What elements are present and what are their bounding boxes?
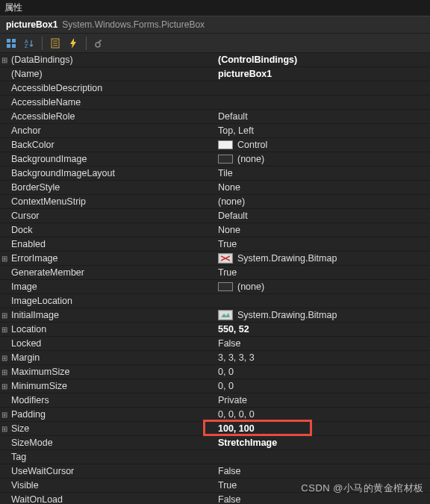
property-value-text: False bbox=[218, 466, 241, 476]
property-value[interactable]: 0, 0, 0, 0 bbox=[215, 409, 430, 420]
property-value[interactable]: True bbox=[215, 267, 430, 278]
object-name: pictureBox1 bbox=[6, 19, 57, 30]
expand-icon[interactable]: ⊞ bbox=[0, 323, 9, 337]
property-row[interactable]: ⊞ErrorImageSystem.Drawing.Bitmap bbox=[0, 252, 430, 266]
property-value[interactable]: None bbox=[215, 225, 430, 235]
property-row[interactable]: ⊞InitialImageSystem.Drawing.Bitmap bbox=[0, 308, 430, 323]
expand-icon[interactable]: ⊞ bbox=[0, 252, 9, 266]
property-value[interactable]: Private bbox=[215, 395, 430, 405]
property-row[interactable]: DockNone bbox=[0, 223, 430, 237]
property-row[interactable]: CursorDefault bbox=[0, 209, 430, 223]
property-row[interactable]: ⊞(DataBindings)(ControlBindings) bbox=[0, 53, 430, 67]
property-row[interactable]: ImageLocation bbox=[0, 294, 430, 308]
property-row[interactable]: ContextMenuStrip(none) bbox=[0, 195, 430, 209]
property-name: MaximumSize bbox=[9, 367, 215, 377]
property-value[interactable]: (none) bbox=[215, 281, 430, 292]
property-name: SizeMode bbox=[9, 438, 215, 448]
property-row[interactable]: Image(none) bbox=[0, 280, 430, 294]
property-value[interactable]: (none) bbox=[215, 154, 430, 164]
toolbar-separator bbox=[86, 37, 87, 50]
property-row[interactable]: SizeModeStretchImage bbox=[0, 436, 430, 450]
property-name: (Name) bbox=[9, 69, 215, 79]
property-value-text: (none) bbox=[237, 281, 264, 292]
property-value[interactable]: 100, 100 bbox=[215, 423, 430, 434]
property-value[interactable]: False bbox=[215, 338, 430, 349]
property-value[interactable]: Default bbox=[215, 211, 430, 221]
property-value[interactable]: StretchImage bbox=[215, 438, 430, 448]
property-row[interactable]: ⊞Size100, 100 bbox=[0, 422, 430, 436]
property-value-text: System.Drawing.Bitmap bbox=[237, 310, 337, 320]
property-name: MinimumSize bbox=[9, 381, 215, 391]
property-value-text: Top, Left bbox=[218, 125, 254, 136]
property-value[interactable]: (none) bbox=[215, 196, 430, 207]
property-value[interactable]: 0, 0 bbox=[215, 381, 430, 391]
property-row[interactable]: AccessibleDescription bbox=[0, 81, 430, 96]
svg-rect-2 bbox=[7, 44, 10, 48]
property-row[interactable]: AccessibleName bbox=[0, 96, 430, 110]
property-value[interactable]: System.Drawing.Bitmap bbox=[215, 253, 430, 264]
property-value-text: Default bbox=[218, 111, 248, 122]
svg-rect-3 bbox=[12, 44, 16, 48]
property-row[interactable]: (Name)pictureBox1 bbox=[0, 67, 430, 81]
toolbar: AZ bbox=[0, 34, 430, 53]
expand-icon[interactable]: ⊞ bbox=[0, 365, 9, 379]
property-row[interactable]: BorderStyleNone bbox=[0, 181, 430, 195]
expand-icon[interactable]: ⊞ bbox=[0, 408, 9, 422]
property-value[interactable]: Top, Left bbox=[215, 125, 430, 136]
property-row[interactable]: Tag bbox=[0, 450, 430, 464]
property-row[interactable]: ⊞Location550, 52 bbox=[0, 323, 430, 337]
property-value-text: 0, 0 bbox=[218, 367, 234, 377]
property-value-text: Control bbox=[237, 140, 267, 150]
expand-icon[interactable]: ⊞ bbox=[0, 351, 9, 365]
property-pages-button[interactable] bbox=[92, 36, 107, 51]
property-row[interactable]: BackgroundImageLayoutTile bbox=[0, 167, 430, 181]
property-value[interactable]: 3, 3, 3, 3 bbox=[215, 352, 430, 363]
image-thumb-icon bbox=[218, 310, 233, 320]
expand-icon[interactable]: ⊞ bbox=[0, 53, 9, 67]
property-row[interactable]: ⊞Margin3, 3, 3, 3 bbox=[0, 351, 430, 365]
property-value[interactable]: Default bbox=[215, 111, 430, 122]
property-value[interactable]: None bbox=[215, 182, 430, 193]
property-value[interactable]: Tile bbox=[215, 168, 430, 178]
property-row[interactable]: ModifiersPrivate bbox=[0, 393, 430, 408]
property-name: Location bbox=[9, 324, 215, 335]
property-name: BackgroundImage bbox=[9, 154, 215, 164]
property-row[interactable]: AnchorTop, Left bbox=[0, 124, 430, 138]
expand-icon[interactable]: ⊞ bbox=[0, 308, 9, 323]
property-value[interactable]: 550, 52 bbox=[215, 324, 430, 335]
property-row[interactable]: BackgroundImage(none) bbox=[0, 152, 430, 167]
property-value-text: 0, 0 bbox=[218, 381, 234, 391]
property-value[interactable]: Control bbox=[215, 140, 430, 150]
image-thumb-icon bbox=[218, 253, 233, 264]
property-row[interactable]: ⊞MinimumSize0, 0 bbox=[0, 379, 430, 393]
property-name: ContextMenuStrip bbox=[9, 196, 215, 207]
property-value[interactable]: False bbox=[215, 466, 430, 476]
expand-icon[interactable]: ⊞ bbox=[0, 379, 9, 393]
property-value[interactable]: (ControlBindings) bbox=[215, 55, 430, 65]
property-row[interactable]: ⊞Padding0, 0, 0, 0 bbox=[0, 408, 430, 422]
property-value[interactable]: True bbox=[215, 239, 430, 249]
expand-icon[interactable]: ⊞ bbox=[0, 422, 9, 436]
property-value-text: 550, 52 bbox=[218, 324, 249, 335]
property-row[interactable]: LockedFalse bbox=[0, 337, 430, 351]
property-value[interactable]: False bbox=[215, 494, 430, 504]
property-value[interactable]: 0, 0 bbox=[215, 367, 430, 377]
property-row[interactable]: UseWaitCursorFalse bbox=[0, 464, 430, 479]
property-name: UseWaitCursor bbox=[9, 466, 215, 476]
property-row[interactable]: AccessibleRoleDefault bbox=[0, 110, 430, 124]
property-value[interactable]: System.Drawing.Bitmap bbox=[215, 310, 430, 320]
property-value-text: (none) bbox=[237, 154, 264, 164]
events-button[interactable] bbox=[66, 36, 81, 51]
object-header[interactable]: pictureBox1 System.Windows.Forms.Picture… bbox=[0, 16, 430, 34]
property-row[interactable]: BackColorControl bbox=[0, 138, 430, 152]
alphabetical-button[interactable]: AZ bbox=[22, 36, 37, 51]
property-value[interactable]: pictureBox1 bbox=[215, 69, 430, 79]
property-value-text: pictureBox1 bbox=[218, 69, 272, 79]
categorize-button[interactable] bbox=[4, 36, 19, 51]
property-name: Enabled bbox=[9, 239, 215, 249]
property-row[interactable]: GenerateMemberTrue bbox=[0, 266, 430, 280]
property-row[interactable]: ⊞MaximumSize0, 0 bbox=[0, 365, 430, 379]
property-row[interactable]: EnabledTrue bbox=[0, 237, 430, 252]
property-name: BackColor bbox=[9, 140, 215, 150]
properties-button[interactable] bbox=[48, 36, 63, 51]
